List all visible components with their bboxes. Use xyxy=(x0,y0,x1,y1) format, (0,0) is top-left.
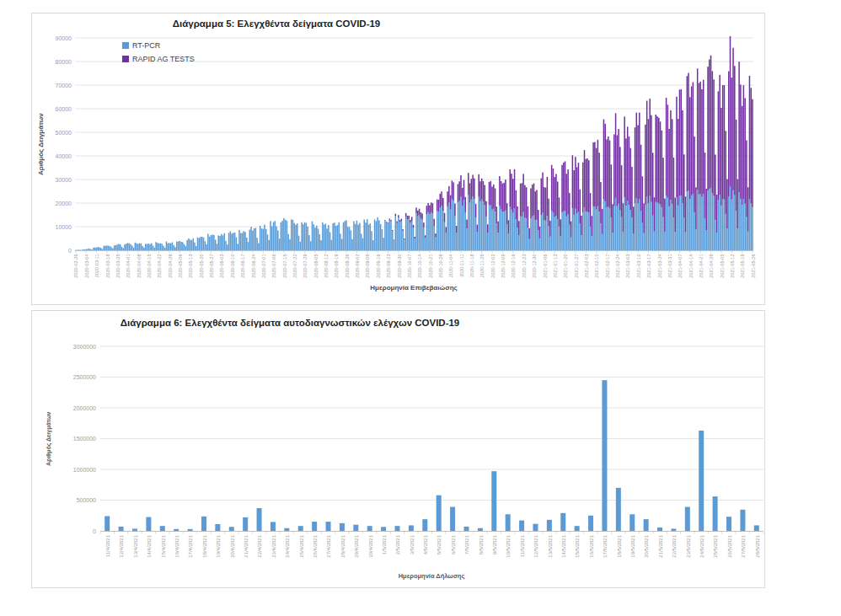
rapid-bar xyxy=(440,194,442,207)
rtpcr-bar xyxy=(332,223,334,250)
rtpcr-bar xyxy=(481,199,483,250)
selftest-bar xyxy=(699,431,704,531)
rapid-bar xyxy=(489,182,490,206)
rtpcr-bar xyxy=(460,196,462,250)
rapid-bar xyxy=(458,181,460,201)
legend-swatch-rtpcr xyxy=(122,42,129,49)
rapid-bar xyxy=(615,113,617,198)
rtpcr-bar xyxy=(104,246,106,250)
rtpcr-bar xyxy=(415,238,416,250)
rtpcr-bar xyxy=(157,243,158,250)
rapid-bar xyxy=(468,173,469,195)
x-tick-label: 2021-03-10 xyxy=(636,254,641,278)
rapid-bar xyxy=(578,163,580,212)
rtpcr-bar xyxy=(164,248,166,250)
rtpcr-bar xyxy=(84,249,86,250)
x-tick-label: 2020-06-17 xyxy=(240,254,245,278)
rapid-bar xyxy=(533,184,535,216)
x-tick-label: 20/4/2021 xyxy=(230,534,235,557)
rapid-bar xyxy=(746,141,747,217)
rtpcr-bar xyxy=(465,212,467,250)
rtpcr-bar xyxy=(736,211,737,250)
selftest-bar xyxy=(298,526,303,531)
rapid-bar xyxy=(660,121,662,204)
rapid-bar xyxy=(423,222,425,228)
rtpcr-bar xyxy=(167,244,169,250)
selftest-bar xyxy=(257,508,262,531)
rtpcr-bar xyxy=(240,233,242,250)
rapid-bar xyxy=(522,183,523,217)
rtpcr-bar xyxy=(357,225,359,250)
x-tick-label: 2020-06-10 xyxy=(230,254,235,278)
rtpcr-bar xyxy=(471,200,473,250)
rapid-bar xyxy=(750,88,752,203)
rtpcr-bar xyxy=(96,248,98,250)
rapid-bar xyxy=(731,78,733,200)
rtpcr-bar xyxy=(276,227,277,250)
legend-swatch-rapid xyxy=(122,56,129,62)
rtpcr-bar xyxy=(407,219,409,250)
x-tick-label: 27/5/2021 xyxy=(741,534,746,557)
rtpcr-bar xyxy=(94,248,96,250)
rapid-bar xyxy=(655,115,656,202)
rapid-bar xyxy=(415,237,416,238)
y-tick-label: 500000 xyxy=(77,497,96,503)
rapid-bar xyxy=(411,217,413,221)
rtpcr-bar xyxy=(291,219,292,250)
rtpcr-bar xyxy=(435,238,437,250)
x-tick-label: 2020-04-29 xyxy=(168,254,173,278)
rtpcr-bar xyxy=(744,204,746,250)
selftest-bar xyxy=(560,513,565,531)
rapid-bar xyxy=(651,115,652,202)
x-tick-label: 2021-01-20 xyxy=(563,254,568,278)
x-tick-label: 15/4/2021 xyxy=(161,534,166,557)
rapid-bar xyxy=(518,221,520,235)
x-tick-label: 2020-05-20 xyxy=(199,254,204,278)
rtpcr-bar xyxy=(658,203,660,250)
rapid-bar xyxy=(667,104,669,197)
rtpcr-bar xyxy=(569,225,570,250)
rtpcr-bar xyxy=(234,233,236,250)
rtpcr-bar xyxy=(725,214,726,250)
rtpcr-bar xyxy=(707,190,709,250)
rtpcr-bar xyxy=(444,222,446,250)
rtpcr-bar xyxy=(528,228,529,250)
selftest-bar xyxy=(381,527,386,531)
rtpcr-bar xyxy=(351,239,353,250)
rtpcr-bar xyxy=(710,188,712,250)
rtpcr-bar xyxy=(402,231,404,250)
rapid-bar xyxy=(718,91,720,200)
x-tick-label: 30/4/2021 xyxy=(368,534,373,557)
rapid-bar xyxy=(642,176,644,222)
diagram6-panel: 0500000100000015000002000000250000030000… xyxy=(31,310,765,588)
rtpcr-bar xyxy=(275,221,276,250)
rapid-bar xyxy=(664,199,666,232)
rapid-bar xyxy=(485,201,487,217)
rtpcr-bar xyxy=(440,207,442,250)
rtpcr-bar xyxy=(649,196,651,250)
rapid-bar xyxy=(561,165,563,212)
rtpcr-bar xyxy=(225,241,227,250)
rtpcr-bar xyxy=(667,198,669,250)
rtpcr-bar xyxy=(297,223,298,250)
rtpcr-bar xyxy=(417,217,419,250)
rtpcr-bar xyxy=(750,203,752,250)
rtpcr-bar xyxy=(227,244,228,250)
rapid-bar xyxy=(388,222,389,223)
rtpcr-bar xyxy=(413,228,415,250)
rtpcr-bar xyxy=(609,208,611,250)
x-tick-label: 18/4/2021 xyxy=(202,534,207,557)
rtpcr-bar xyxy=(514,208,516,250)
selftest-bar xyxy=(726,517,731,531)
x-tick-label: 2021-05-26 xyxy=(751,254,756,278)
rapid-bar xyxy=(736,120,737,211)
rtpcr-bar xyxy=(509,206,511,250)
rtpcr-bar xyxy=(570,238,572,250)
rapid-bar xyxy=(631,167,633,217)
y-tick-label: 3000000 xyxy=(73,344,96,350)
x-tick-label: 2020-09-23 xyxy=(386,254,391,278)
rtpcr-bar xyxy=(337,225,339,250)
rtpcr-bar xyxy=(394,240,395,250)
rtpcr-bar xyxy=(602,234,603,250)
rapid-bar xyxy=(749,76,751,199)
